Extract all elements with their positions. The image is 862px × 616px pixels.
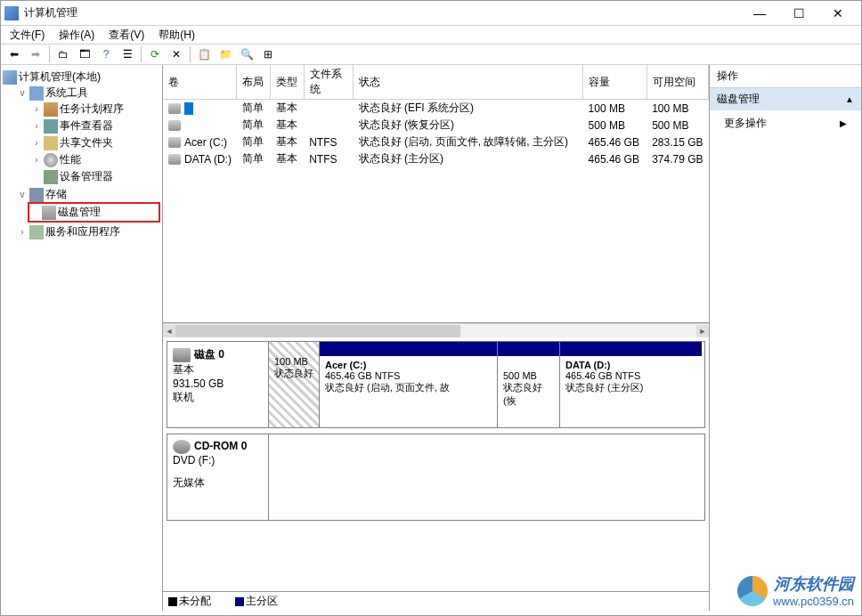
col-free[interactable]: 可用空间 [646,65,708,100]
tool-button-3[interactable]: 🔍 [237,45,256,63]
disk-icon [42,206,56,220]
tree-shared-folders[interactable]: ›共享文件夹 [31,135,160,150]
col-capacity[interactable]: 容量 [583,65,647,100]
table-row[interactable]: DATA (D:)简单基本NTFS状态良好 (主分区)465.46 GB374.… [163,150,709,167]
col-fs[interactable]: 文件系统 [304,65,354,100]
properties-button[interactable]: ☰ [118,45,137,63]
menu-action[interactable]: 操作(A) [53,26,100,45]
cell-capacity: 465.46 GB [583,134,647,150]
actions-header: 操作 [710,65,861,88]
tree-label: 服务和应用程序 [45,224,120,239]
partition-size: 500 MB [503,370,537,381]
cell-fs: NTFS [304,150,354,167]
partition-header-bar [498,342,559,356]
horizontal-scrollbar[interactable]: ◄ ► [163,323,709,337]
table-row[interactable]: 简单基本状态良好 (EFI 系统分区)100 MB100 MB [163,100,709,118]
volume-table: 卷 布局 类型 文件系统 状态 容量 可用空间 简单基本状态良好 (EFI 系统… [163,65,709,167]
scroll-left-arrow[interactable]: ◄ [163,325,175,337]
perf-icon [44,153,58,167]
col-type[interactable]: 类型 [271,65,305,100]
help-button[interactable]: ? [96,45,116,63]
tree-system-tools[interactable]: v 系统工具 [17,85,160,101]
actions-diskmgmt[interactable]: 磁盘管理 ▲ [710,88,861,110]
tree-task-scheduler[interactable]: ›任务计划程序 [31,101,160,117]
tree-label: 事件查看器 [60,118,113,134]
cell-status: 状态良好 (主分区) [354,150,583,167]
cell-type: 基本 [271,100,305,118]
menu-help[interactable]: 帮助(H) [153,26,200,45]
menu-file[interactable]: 文件(F) [4,26,50,45]
scroll-thumb[interactable] [175,325,460,337]
volume-list: 卷 布局 类型 文件系统 状态 容量 可用空间 简单基本状态良好 (EFI 系统… [163,65,709,323]
actions-more[interactable]: 更多操作 ▶ [710,110,861,136]
partition[interactable]: DATA (D:)465.46 GB NTFS状态良好 (主分区) [559,342,702,427]
close-button[interactable]: ✕ [818,1,858,26]
cell-type: 基本 [271,117,305,134]
expand-icon[interactable]: › [17,227,28,237]
cdrom-icon [173,440,191,454]
task-icon [44,102,58,117]
partition-header-bar [560,342,702,356]
tree-services-apps[interactable]: › 服务和应用程序 [17,224,160,239]
tree-event-viewer[interactable]: ›事件查看器 [31,118,160,134]
legend-unalloc-swatch [168,597,177,606]
col-status[interactable]: 状态 [354,65,583,100]
up-button[interactable]: 🗀 [53,45,73,63]
volume-icon [168,120,181,131]
expand-icon[interactable]: › [31,155,42,165]
cell-status: 状态良好 (EFI 系统分区) [354,100,583,118]
tree-storage[interactable]: v 存储 [17,187,160,202]
disk-0-partitions: 100 MB状态良好Acer (C:)465.46 GB NTFS状态良好 (启… [269,342,704,427]
window-controls: — ☐ ✕ [740,1,858,26]
scroll-right-arrow[interactable]: ► [696,325,709,337]
watermark-logo-icon [737,576,768,606]
forward-button[interactable]: ➡ [26,45,45,63]
expand-icon[interactable]: v [17,88,28,98]
partition-size: 465.46 GB NTFS [325,370,400,381]
tool-button-1[interactable]: 📋 [194,45,214,63]
window-title: 计算机管理 [24,5,740,20]
table-row[interactable]: Acer (C:)简单基本NTFS状态良好 (启动, 页面文件, 故障转储, 主… [163,134,709,150]
titlebar: 计算机管理 — ☐ ✕ [1,1,861,26]
partition[interactable]: Acer (C:)465.46 GB NTFS状态良好 (启动, 页面文件, 故 [319,342,497,427]
partition[interactable]: 500 MB状态良好 (恢 [497,342,559,427]
maximize-button[interactable]: ☐ [779,1,818,26]
service-icon [29,225,44,239]
cdrom-label: CD-ROM 0 [194,440,247,452]
cell-free: 500 MB [646,117,708,134]
cell-layout: 简单 [237,117,271,134]
collapse-icon: ▲ [845,94,854,104]
disk-map: 磁盘 0 基本 931.50 GB 联机 100 MB状态良好Acer (C:)… [163,337,709,591]
cdrom-row[interactable]: CD-ROM 0 DVD (F:) 无媒体 [167,434,705,521]
partition[interactable]: 100 MB状态良好 [269,342,319,427]
tree-performance[interactable]: ›性能 [31,152,160,167]
tree-device-manager[interactable]: 设备管理器 [31,169,160,184]
col-volume[interactable]: 卷 [163,65,237,100]
tool-button-4[interactable]: ⊞ [258,45,278,63]
tool-button-2[interactable]: 📁 [216,45,235,63]
menu-view[interactable]: 查看(V) [103,26,150,45]
disk-0-row[interactable]: 磁盘 0 基本 931.50 GB 联机 100 MB状态良好Acer (C:)… [167,341,705,428]
table-row[interactable]: 简单基本状态良好 (恢复分区)500 MB500 MB [163,117,709,134]
tree-root[interactable]: 计算机管理(本地) [3,69,160,85]
disk-0-info: 磁盘 0 基本 931.50 GB 联机 [167,342,269,427]
col-layout[interactable]: 布局 [237,65,271,100]
rescan-button[interactable]: ✕ [167,45,186,63]
volume-icon [168,103,181,114]
back-button[interactable]: ⬅ [4,45,24,63]
partition-status: 状态良好 (启动, 页面文件, 故 [325,382,450,393]
expand-icon[interactable]: › [31,138,42,148]
expand-icon[interactable]: › [31,121,42,131]
storage-icon [29,188,44,202]
actions-pane: 操作 磁盘管理 ▲ 更多操作 ▶ [710,65,861,611]
expand-icon[interactable]: v [17,190,28,199]
expand-icon[interactable]: › [31,104,42,114]
partition-header-bar [320,342,497,356]
refresh-button[interactable]: ⟳ [145,45,165,63]
volume-name: Acer (C:) [184,136,227,149]
cdrom-drive: DVD (F:) [173,454,263,466]
tree-disk-management[interactable]: 磁盘管理 [29,205,159,220]
cdrom-status: 无媒体 [173,475,263,490]
minimize-button[interactable]: — [740,1,779,26]
show-hide-tree-button[interactable]: 🗔 [75,45,94,63]
